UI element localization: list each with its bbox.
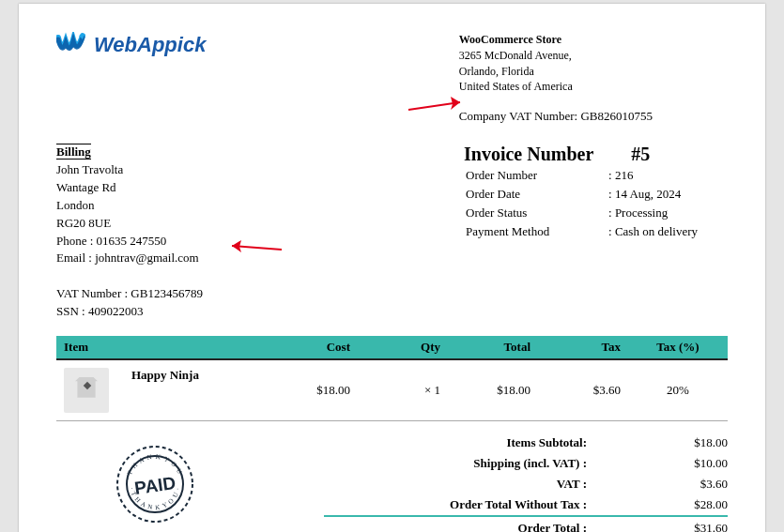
item-thumbnail <box>64 368 109 413</box>
billing-street: Wantage Rd <box>56 180 116 194</box>
subtotal-value: $18.00 <box>596 435 728 450</box>
invoice-title: Invoice Number <box>464 144 593 165</box>
vat-value: $3.60 <box>596 477 728 492</box>
order-date-label: Order Date <box>466 186 607 203</box>
payment-method: : Cash on delivery <box>608 223 698 240</box>
invoice-page: WebAppick WooCommerce Store 3265 McDonal… <box>19 4 765 532</box>
invoice-meta-table: Order Number: 216 Order Date: 14 Aug, 20… <box>464 165 699 242</box>
company-vat: Company VAT Number: GB826010755 <box>459 108 653 125</box>
logo: WebAppick <box>56 32 206 58</box>
billing-ssn: SSN : 409022003 <box>56 304 143 318</box>
subtotal-label: Items Subtotal: <box>324 435 594 450</box>
totals-table: Items Subtotal:$18.00 Shipping (incl. VA… <box>324 433 728 532</box>
order-status: : Processing <box>608 205 698 221</box>
col-taxpct: Tax (%) <box>628 336 728 359</box>
item-cost: $18.00 <box>268 359 358 421</box>
store-country: United States of America <box>459 79 653 95</box>
order-date: : 14 Aug, 2024 <box>608 186 698 203</box>
col-item: Item <box>56 336 268 359</box>
billing-block: Billing John Travolta Wantage Rd London … <box>56 144 203 320</box>
col-tax: Tax <box>538 336 628 359</box>
store-name: WooCommerce Store <box>459 32 653 48</box>
order-number: : 216 <box>608 167 698 184</box>
item-name: Happy Ninja <box>124 359 268 421</box>
billing-phone: Phone : 01635 247550 <box>56 234 166 248</box>
billing-title: Billing <box>56 144 91 160</box>
without-tax-value: $28.00 <box>596 497 728 512</box>
grand-value: $31.60 <box>596 521 728 532</box>
billing-vat: VAT Number : GB123456789 <box>56 286 203 300</box>
logo-text: WebAppick <box>94 33 206 57</box>
vat-label: VAT : <box>324 477 594 492</box>
billing-name: John Travolta <box>56 162 123 176</box>
billing-postcode: RG20 8UE <box>56 216 111 230</box>
shipping-value: $10.00 <box>596 456 728 471</box>
totals-area: PAID · T H A N K Y O U · · T H A N K Y O… <box>56 433 728 532</box>
order-number-label: Order Number <box>466 167 607 184</box>
billing-email: Email : johntrav@gmail.com <box>56 251 199 265</box>
grand-label: Order Total : <box>324 521 594 532</box>
invoice-meta: Invoice Number #5 Order Number: 216 Orde… <box>464 144 699 320</box>
items-table: Item Cost Qty Total Tax Tax (%) Happy Ni… <box>56 336 728 421</box>
item-qty: × 1 <box>358 359 448 421</box>
item-taxpct: 20% <box>628 359 728 421</box>
col-cost: Cost <box>268 336 358 359</box>
without-tax-label: Order Total Without Tax : <box>324 497 594 512</box>
arrow-annotation-2 <box>221 236 286 257</box>
logo-icon <box>56 32 90 58</box>
store-addr2: Orlando, Florida <box>459 64 653 80</box>
col-total: Total <box>448 336 538 359</box>
details-row: Billing John Travolta Wantage Rd London … <box>56 144 728 320</box>
paid-stamp: PAID · T H A N K Y O U · · T H A N K Y O… <box>113 442 197 526</box>
header-row: WebAppick WooCommerce Store 3265 McDonal… <box>56 32 728 125</box>
col-qty: Qty <box>358 336 448 359</box>
billing-city: London <box>56 198 94 212</box>
shipping-label: Shipping (incl. VAT) : <box>324 456 594 471</box>
store-addr1: 3265 McDonald Avenue, <box>459 48 653 64</box>
item-tax: $3.60 <box>538 359 628 421</box>
arrow-annotation-1 <box>404 93 474 115</box>
table-row: Happy Ninja $18.00 × 1 $18.00 $3.60 20% <box>56 359 728 421</box>
payment-label: Payment Method <box>466 223 607 240</box>
order-status-label: Order Status <box>466 205 607 221</box>
item-total: $18.00 <box>448 359 538 421</box>
store-info: WooCommerce Store 3265 McDonald Avenue, … <box>459 32 653 125</box>
svg-text:PAID: PAID <box>133 473 177 498</box>
invoice-number: #5 <box>631 144 650 165</box>
